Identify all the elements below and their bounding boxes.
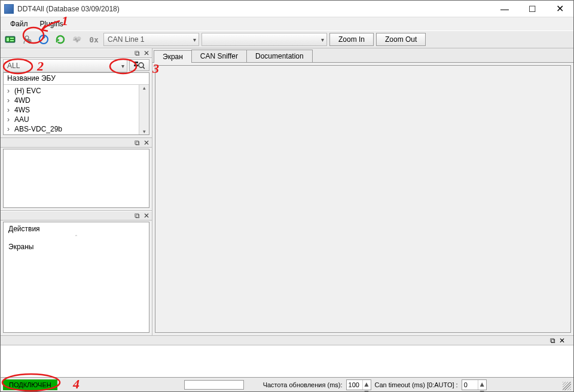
right-panel: Экран CAN Sniffer Documentation [152,48,573,335]
svg-point-4 [25,36,29,39]
can-line-select[interactable]: CAN Line 1 [103,33,199,46]
app-icon [4,4,14,14]
left-sidebar: ⧉ ✕ ALL Название ЭБУ (H) EVC4WD4WSAAUABS… [1,48,152,335]
svg-rect-2 [10,38,14,39]
resize-grip[interactable] [563,382,571,390]
statusbar: ПОДКЛЮЧЕН Частота обновления (ms): 100▲▼… [1,377,573,391]
screens-label: Экраны [4,240,149,253]
connect-ecu-button[interactable] [3,32,17,47]
pane2-header: ⧉ ✕ [1,138,152,148]
pane3-float-icon[interactable]: ⧉ [135,212,140,220]
pane3-close-icon[interactable]: ✕ [144,212,149,220]
svg-rect-3 [10,40,14,41]
log-close-icon[interactable]: ✕ [559,336,565,345]
log-body [1,345,573,377]
pane2-float-icon[interactable]: ⧉ [135,139,140,147]
menubar: Файл Plugins [1,17,573,30]
tree-scrollbar[interactable] [139,85,149,134]
pane2-close-icon[interactable]: ✕ [144,139,149,147]
pane1-float-icon[interactable]: ⧉ [135,49,140,57]
titlebar: DDT4All (Database 03/09/2018) — ☐ ✕ [1,1,573,17]
heartbeat-button[interactable] [70,32,84,47]
refresh-button[interactable] [36,32,51,47]
svg-rect-1 [7,38,9,41]
timeout-label: Can timeout (ms) [0:AUTO] : [375,381,458,388]
svg-rect-7 [134,62,138,63]
ecu-filter-select[interactable]: ALL [3,59,127,72]
maximize-button[interactable]: ☐ [518,1,546,17]
connection-status: ПОДКЛЮЧЕН [3,379,57,390]
hex-button[interactable]: 0x [87,32,101,47]
menu-plugins[interactable]: Plugins [35,19,68,29]
tree-item[interactable]: (H) EVC [7,86,149,96]
pane2-body [3,149,149,208]
toolbar: 0x CAN Line 1 Zoom In Zoom Out [1,30,573,48]
zoom-in-button[interactable]: Zoom In [329,33,374,46]
tree-header: Название ЭБУ [4,73,149,85]
tree-item[interactable]: ABS/ESC [7,134,149,135]
svg-point-9 [139,63,144,68]
log-panel: ⧉ ✕ [1,335,573,377]
tree-item[interactable]: ABS-VDC_29b [7,124,149,134]
minimize-button[interactable]: — [491,1,518,17]
tab-screen[interactable]: Экран [154,50,192,63]
tabs: Экран CAN Sniffer Documentation [152,48,573,63]
menu-file[interactable]: Файл [5,19,33,29]
pane1-close-icon[interactable]: ✕ [144,49,149,57]
zoom-out-button[interactable]: Zoom Out [376,33,426,46]
timeout-spinbox[interactable]: 0▲▼ [462,379,487,390]
svg-line-10 [143,67,145,69]
log-float-icon[interactable]: ⧉ [550,336,555,345]
tree-item[interactable]: 4WS [7,105,149,115]
progress-bar [184,380,244,390]
svg-rect-8 [134,65,138,66]
reload-button[interactable] [53,32,68,47]
ecu-tree[interactable]: Название ЭБУ (H) EVC4WD4WSAAUABS-VDC_29b… [3,72,149,135]
tab-documentation[interactable]: Documentation [246,50,313,62]
pane3-header: ⧉ ✕ [1,211,152,220]
tree-item[interactable]: AAU [7,115,149,124]
freq-spinbox[interactable]: 100▲▼ [346,379,371,390]
tree-item[interactable]: 4WD [7,96,149,105]
freq-label: Частота обновления (ms): [263,381,343,388]
pane1-header: ⧉ ✕ [1,48,152,58]
close-button[interactable]: ✕ [546,1,573,17]
content-area [155,65,571,333]
scan-button[interactable] [129,59,149,71]
actions-label: Действия [4,222,149,235]
expert-mode-button[interactable] [20,32,34,47]
tab-can-sniffer[interactable]: CAN Sniffer [191,50,247,62]
ecu-select[interactable] [201,33,327,46]
panel-splitter[interactable]: ˆ [4,235,149,240]
window-title: DDT4All (Database 03/09/2018) [17,5,491,13]
